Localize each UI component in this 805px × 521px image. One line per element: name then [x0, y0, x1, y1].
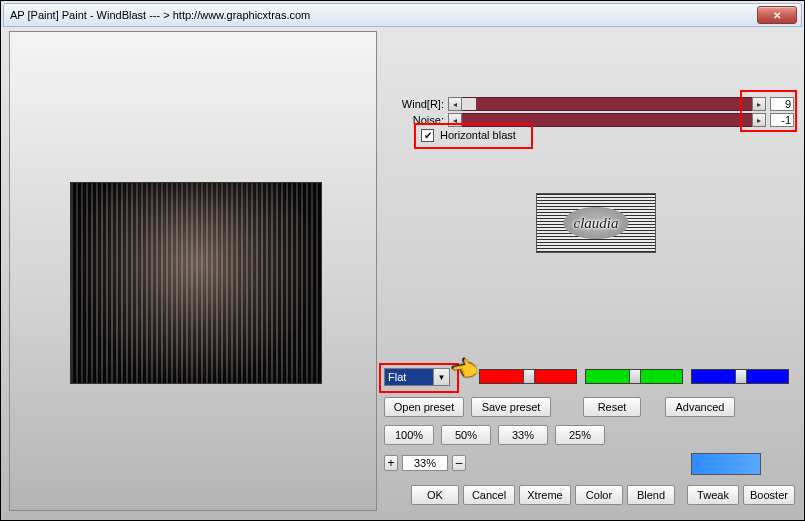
save-preset-button[interactable]: Save preset [471, 397, 551, 417]
dialog-window: AP [Paint] Paint - WindBlast --- > http:… [0, 0, 805, 521]
zoom-100-button[interactable]: 100% [384, 425, 434, 445]
preset-dropdown-value: Flat [385, 369, 433, 385]
blend-button[interactable]: Blend [627, 485, 675, 505]
color-button[interactable]: Color [575, 485, 623, 505]
noise-slider-track[interactable] [462, 113, 752, 127]
horizontal-blast-checkbox[interactable]: ✔ [421, 129, 434, 142]
cancel-button[interactable]: Cancel [463, 485, 515, 505]
preview-panel [9, 31, 377, 511]
zoom-25-button[interactable]: 25% [555, 425, 605, 445]
horizontal-blast-row: ✔ Horizontal blast [421, 127, 516, 143]
reset-button[interactable]: Reset [583, 397, 641, 417]
noise-label: Noise: [388, 114, 448, 126]
horizontal-blast-label: Horizontal blast [440, 129, 516, 141]
wind-decrease-button[interactable]: ◂ [448, 97, 462, 111]
zoom-out-button[interactable]: – [452, 455, 466, 471]
wind-row: Wind[R]: ◂ ▸ 9 [388, 97, 794, 111]
zoom-in-button[interactable]: + [384, 455, 398, 471]
advanced-button[interactable]: Advanced [665, 397, 735, 417]
claudia-logo: claudia [536, 193, 656, 253]
red-slider-thumb[interactable] [523, 369, 535, 384]
noise-decrease-button[interactable]: ◂ [448, 113, 462, 127]
window-title: AP [Paint] Paint - WindBlast --- > http:… [10, 9, 757, 21]
red-slider[interactable] [479, 369, 577, 384]
noise-value[interactable]: -1 [770, 113, 794, 127]
wind-value[interactable]: 9 [770, 97, 794, 111]
ok-button[interactable]: OK [411, 485, 459, 505]
noise-increase-button[interactable]: ▸ [752, 113, 766, 127]
color-swatch[interactable] [691, 453, 761, 475]
logo-text: claudia [574, 215, 619, 232]
zoom-50-button[interactable]: 50% [441, 425, 491, 445]
preview-image [70, 182, 322, 384]
title-bar: AP [Paint] Paint - WindBlast --- > http:… [3, 3, 802, 27]
open-preset-button[interactable]: Open preset [384, 397, 464, 417]
close-icon: ✕ [773, 10, 781, 21]
zoom-value[interactable]: 33% [402, 455, 448, 471]
xtreme-button[interactable]: Xtreme [519, 485, 571, 505]
blue-slider-thumb[interactable] [735, 369, 747, 384]
zoom-33-button[interactable]: 33% [498, 425, 548, 445]
wind-slider-track[interactable] [462, 97, 752, 111]
green-slider-thumb[interactable] [629, 369, 641, 384]
wind-label: Wind[R]: [388, 98, 448, 110]
chevron-down-icon: ▼ [433, 369, 449, 385]
green-slider[interactable] [585, 369, 683, 384]
close-button[interactable]: ✕ [757, 6, 797, 24]
preset-dropdown[interactable]: Flat ▼ [384, 368, 450, 386]
pointing-hand-icon: 👈 [449, 357, 479, 383]
noise-row: Noise: ◂ ▸ -1 [388, 113, 794, 127]
wind-increase-button[interactable]: ▸ [752, 97, 766, 111]
booster-button[interactable]: Booster [743, 485, 795, 505]
wind-slider-gap [462, 98, 476, 110]
tweak-button[interactable]: Tweak [687, 485, 739, 505]
blue-slider[interactable] [691, 369, 789, 384]
